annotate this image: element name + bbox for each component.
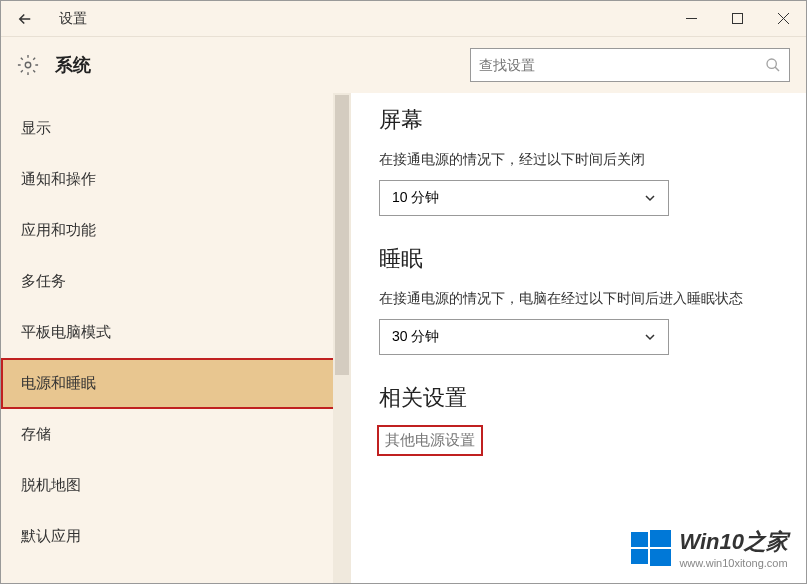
sidebar-item-offline-maps[interactable]: 脱机地图 — [1, 460, 351, 511]
back-button[interactable] — [1, 1, 49, 37]
other-power-settings-link[interactable]: 其他电源设置 — [379, 427, 481, 454]
screen-timeout-value: 10 分钟 — [392, 189, 644, 207]
sleep-heading: 睡眠 — [379, 244, 778, 274]
header: 系统 — [1, 37, 806, 93]
svg-point-4 — [25, 62, 31, 68]
sleep-label: 在接通电源的情况下，电脑在经过以下时间后进入睡眠状态 — [379, 288, 778, 309]
scrollbar-thumb[interactable] — [335, 95, 349, 375]
sidebar-item-default-apps[interactable]: 默认应用 — [1, 511, 351, 562]
svg-point-5 — [767, 59, 776, 68]
sidebar-item-storage[interactable]: 存储 — [1, 409, 351, 460]
content: 显示 通知和操作 应用和功能 多任务 平板电脑模式 电源和睡眠 存储 脱机地图 … — [1, 93, 806, 583]
windows-logo-icon — [631, 528, 671, 568]
watermark-main: Win10之家 — [679, 527, 788, 557]
sidebar-item-power-sleep[interactable]: 电源和睡眠 — [1, 358, 351, 409]
page-title: 系统 — [55, 53, 91, 77]
watermark: Win10之家 www.win10xitong.com — [631, 527, 788, 569]
gear-icon — [17, 54, 39, 76]
close-button[interactable] — [760, 1, 806, 37]
minimize-icon — [686, 13, 697, 24]
sleep-timeout-dropdown[interactable]: 30 分钟 — [379, 319, 669, 355]
sleep-timeout-value: 30 分钟 — [392, 328, 644, 346]
svg-rect-1 — [732, 14, 742, 24]
window-title: 设置 — [59, 10, 87, 28]
search-box[interactable] — [470, 48, 790, 82]
screen-heading: 屏幕 — [379, 105, 778, 135]
section-sleep: 睡眠 在接通电源的情况下，电脑在经过以下时间后进入睡眠状态 30 分钟 — [379, 244, 778, 355]
sidebar-item-tablet[interactable]: 平板电脑模式 — [1, 307, 351, 358]
main-panel: 屏幕 在接通电源的情况下，经过以下时间后关闭 10 分钟 睡眠 在接通电源的情况… — [351, 93, 806, 583]
chevron-down-icon — [644, 192, 656, 204]
sidebar-item-apps[interactable]: 应用和功能 — [1, 205, 351, 256]
back-arrow-icon — [16, 10, 34, 28]
search-icon — [765, 57, 781, 73]
svg-line-6 — [775, 67, 779, 71]
watermark-text: Win10之家 www.win10xitong.com — [679, 527, 788, 569]
screen-label: 在接通电源的情况下，经过以下时间后关闭 — [379, 149, 778, 170]
search-input[interactable] — [479, 57, 765, 73]
window-controls — [668, 1, 806, 37]
sidebar-item-notifications[interactable]: 通知和操作 — [1, 154, 351, 205]
chevron-down-icon — [644, 331, 656, 343]
close-icon — [778, 13, 789, 24]
maximize-icon — [732, 13, 743, 24]
minimize-button[interactable] — [668, 1, 714, 37]
titlebar: 设置 — [1, 1, 806, 37]
screen-timeout-dropdown[interactable]: 10 分钟 — [379, 180, 669, 216]
section-related: 相关设置 其他电源设置 — [379, 383, 778, 454]
sidebar-scrollbar[interactable] — [333, 93, 351, 583]
watermark-sub: www.win10xitong.com — [679, 557, 788, 569]
svg-rect-10 — [650, 549, 671, 566]
svg-rect-8 — [650, 530, 671, 547]
svg-rect-9 — [631, 549, 648, 564]
svg-rect-7 — [631, 532, 648, 547]
section-screen: 屏幕 在接通电源的情况下，经过以下时间后关闭 10 分钟 — [379, 105, 778, 216]
related-heading: 相关设置 — [379, 383, 778, 413]
maximize-button[interactable] — [714, 1, 760, 37]
sidebar-item-multitask[interactable]: 多任务 — [1, 256, 351, 307]
sidebar: 显示 通知和操作 应用和功能 多任务 平板电脑模式 电源和睡眠 存储 脱机地图 … — [1, 93, 351, 583]
sidebar-item-display[interactable]: 显示 — [1, 103, 351, 154]
